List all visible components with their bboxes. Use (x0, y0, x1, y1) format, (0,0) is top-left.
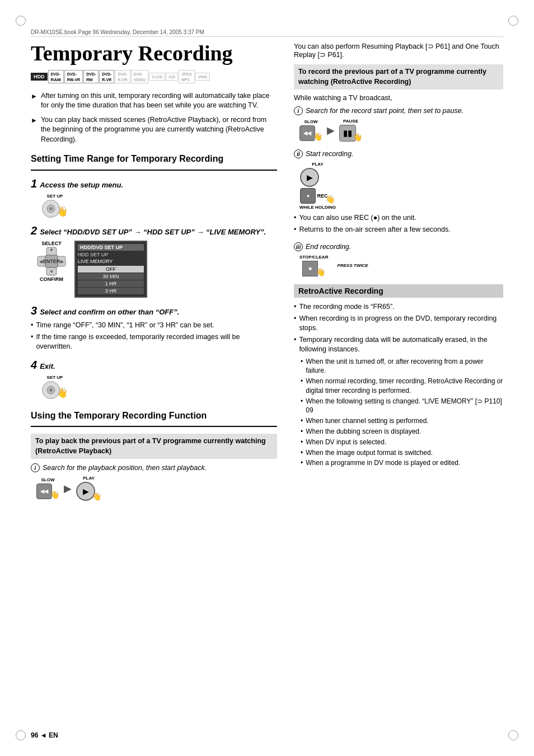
right-step-3-illus: STOP/CLEAR ■ 👋 PRESS TWICE (299, 255, 503, 276)
right-bullet-1: You can also use REC (●) on the unit. (294, 213, 503, 223)
osd-title: HDD/DVD SET UP (78, 244, 144, 251)
svg-point-1 (49, 207, 53, 210)
step-4-btn-area: SET UP 👋 (42, 375, 277, 399)
right-note: You can also perform Resuming Playback [… (294, 42, 503, 59)
retro-bullet-2-text: When recording is in progress on the DVD… (299, 314, 503, 334)
step-1-number: 1 (31, 177, 37, 190)
badge-dvd-video: DVD-VIDEO (131, 70, 149, 83)
retro-bullet-3: Temporary recording data will be automat… (294, 335, 503, 355)
retro-sub-5-text: When the dubbing screen is displayed. (306, 427, 421, 436)
setup-btn-4: SET UP 👋 (42, 375, 68, 399)
play-label: PLAY (83, 476, 95, 481)
step-3-bullet-2: If the time range is exceeded, temporari… (31, 332, 277, 352)
right-bullet-2: Returns to the on-air screen after a few… (294, 225, 503, 235)
slow-label-r: SLOW (305, 119, 318, 124)
step-3-header: 3 Select and confirm on other than “OFF”… (31, 304, 277, 317)
right-step-1: i Search for the record start point, the… (294, 106, 503, 142)
retro-sub-7-text: When the image output format is switched… (306, 448, 433, 458)
using-heading: Using the Temporary Recording Function (31, 410, 277, 422)
right-step-3-header: iii End recording. (294, 242, 503, 251)
while-holding-label: WHILE HOLDING (299, 205, 336, 210)
retro-sub-4-text: When tuner channel setting is performed. (306, 416, 428, 426)
using-step-1-header: i Search for the playback position, then… (31, 463, 277, 472)
hand-slow-r: 👋 (313, 132, 322, 141)
osd-option-30min: 30 MIN (78, 273, 144, 280)
step-4-number: 4 (31, 359, 37, 372)
slow-btn-group-r: SLOW ◀◀ 👋 (299, 119, 322, 141)
step-3-number: 3 (31, 304, 37, 317)
retro-sub-7: When the image output format is switched… (301, 448, 503, 458)
right-step-1-header: i Search for the record start point, the… (294, 106, 503, 115)
setup-label-4: SET UP (47, 375, 63, 380)
retro-playback-heading: To play back the previous part of a TV p… (31, 434, 277, 459)
step-2-label: Select “HDD/DVD SET UP” → “HDD SET UP” →… (40, 228, 266, 236)
right-step-3: iii End recording. STOP/CLEAR ■ 👋 PRESS … (294, 242, 503, 276)
right-step-1-num: i (294, 106, 303, 115)
retro-bullet-1: The recording mode is “FR65”. (294, 302, 503, 312)
hand-rec-play: 👋 (325, 195, 335, 204)
intro-section: ► After turning on this unit, temporary … (31, 91, 277, 145)
play-btn-group: PLAY ▶ 👋 (76, 476, 101, 501)
rec-button[interactable]: ● (300, 188, 316, 204)
step-3-label: Select and confirm on other than “OFF”. (40, 308, 179, 316)
step-3: 3 Select and confirm on other than “OFF”… (31, 304, 277, 352)
arrow-to-pause: ▶ (327, 124, 335, 137)
right-bullet-1-text: You can also use REC (●) on the unit. (299, 213, 416, 223)
corner-mark-tl (16, 16, 26, 26)
retro-bullet-3-text: Temporary recording data will be automat… (299, 335, 503, 355)
hand-slow: 👋 (50, 490, 59, 499)
stop-group: STOP/CLEAR ■ 👋 (299, 255, 328, 276)
rec-row: ● REC (300, 188, 327, 204)
retro-sub-1-text: When the unit is turned off, or after re… (306, 357, 503, 376)
retro-playback-illus: SLOW ◀◀ 👋 ▶ PLAY ▶ 👋 (36, 476, 277, 501)
right-step-3-num: iii (294, 242, 303, 251)
retro-sub-5: When the dubbing screen is displayed. (301, 427, 503, 436)
arrow-icon-1: ► (31, 92, 38, 111)
right-step-2-illus: PLAY ▶ ● REC 👋 WHILE HOLDING (299, 162, 503, 210)
select-label: SELECT (41, 241, 62, 246)
svg-text:▲: ▲ (49, 247, 54, 252)
svg-point-13 (49, 388, 53, 392)
osd-item: LIVE MEMORY (78, 259, 113, 264)
setup-btn-1: SET UP 👋 (42, 194, 68, 218)
retro-sub-6-text: When DV input is selected. (306, 438, 386, 447)
arrow-to-play: ▶ (64, 482, 72, 495)
setup-button-1[interactable] (42, 200, 60, 218)
intro-bullet-2: ► You can play back missed scenes (Retro… (31, 115, 277, 145)
retro-sub-8: When a programme in DV mode is played or… (301, 458, 503, 468)
step-3-bullet-1: Time range “OFF”, “30 MIN”, “1 HR” or “3… (31, 321, 277, 331)
right-step-2-num: ii (294, 149, 303, 158)
step-2: 2 Select “HDD/DVD SET UP” → “HDD SET UP”… (31, 224, 277, 298)
pause-label: PAUSE (343, 119, 358, 124)
osd-sub-row: HDD SET UP (78, 252, 144, 257)
corner-mark-bl (16, 730, 26, 740)
right-step-2-label: Start recording. (306, 150, 353, 158)
slow-btn-group: SLOW ◀◀ 👋 (36, 477, 59, 499)
rec-play-buttons: ▶ ● REC (300, 168, 327, 204)
record-previous-heading: To record the previous part of a TV prog… (294, 64, 503, 90)
top-bar: DR-MX10SE.book Page 96 Wednesday, Decemb… (31, 29, 503, 37)
step-2-number: 2 (31, 224, 37, 237)
hand-play: 👋 (92, 492, 101, 501)
play-label-2: PLAY (312, 162, 324, 167)
step-3-bullets: Time range “OFF”, “30 MIN”, “1 HR” or “3… (31, 321, 277, 352)
hand-pause: 👋 (353, 133, 362, 142)
retro-sub-8-text: When a programme in DV mode is played or… (306, 458, 460, 468)
divider-using (31, 426, 277, 427)
corner-mark-br (508, 730, 518, 740)
page-number: 96 ◄ EN (31, 731, 58, 739)
pause-btn-group: PAUSE ▮▮ 👋 (339, 119, 362, 142)
setup-button-4[interactable] (42, 381, 60, 399)
retro-sub-3: When the following setting is changed. “… (301, 397, 503, 416)
left-column: Temporary Recording HDD DVD-RAM DVD-RW-V… (31, 42, 288, 722)
retro-sub-bullets: When the unit is turned off, or after re… (294, 357, 503, 468)
badge-dvd-r: DVD-R-VR (99, 70, 114, 83)
nav-cross[interactable]: ▲ ▼ ◀ ▶ ENTER (36, 246, 67, 276)
step-4-label: Exit. (40, 362, 55, 370)
intro-bullet-1: ► After turning on this unit, temporary … (31, 91, 277, 111)
step-1-label: Access the setup menu. (40, 181, 123, 189)
right-step-2-bullets: You can also use REC (●) on the unit. Re… (294, 213, 503, 234)
play-button-2[interactable]: ▶ (300, 168, 319, 187)
right-step-3-label: End recording. (306, 243, 351, 251)
intro-text-2: You can play back missed scenes (RetroAc… (41, 115, 277, 145)
